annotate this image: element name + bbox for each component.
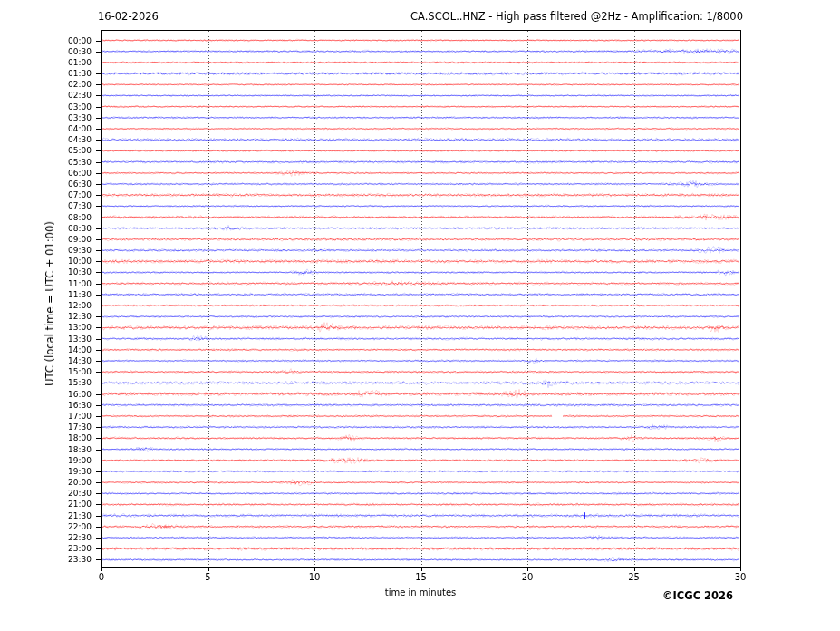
y-tick-label: 18:00 [68, 433, 92, 442]
y-tick-label: 21:30 [68, 511, 92, 520]
y-tick-label: 22:00 [68, 522, 92, 531]
y-tick-label: 05:00 [68, 146, 92, 155]
x-tick-label: 30 [735, 572, 747, 582]
y-axis-label: UTC (local time = UTC + 01:00) [43, 221, 56, 386]
x-tick-label: 10 [309, 572, 321, 582]
y-tick-label: 18:30 [68, 445, 92, 454]
y-tick-label: 22:30 [68, 533, 92, 542]
x-tick-label: 25 [628, 572, 640, 582]
y-tick-label: 01:00 [68, 58, 92, 67]
y-tick-label: 14:00 [68, 345, 92, 354]
x-tick-label: 0 [99, 572, 104, 582]
y-tick-label: 13:30 [68, 335, 92, 344]
y-tick-label: 17:30 [68, 422, 92, 432]
copyright-text: ©ICGC 2026 [662, 589, 733, 602]
y-tick-label: 20:00 [68, 478, 92, 487]
y-tick-label: 21:00 [68, 500, 92, 509]
y-tick-label: 05:30 [68, 158, 92, 167]
y-tick-label: 13:00 [68, 323, 92, 332]
y-tick-label: 14:30 [68, 356, 92, 365]
seismogram-plot-canvas [0, 0, 840, 631]
y-tick-label: 15:30 [68, 378, 92, 387]
y-tick-label: 12:00 [68, 301, 92, 310]
y-tick-label: 23:00 [68, 544, 92, 553]
y-tick-label: 19:00 [68, 456, 92, 465]
y-tick-label: 20:30 [68, 489, 92, 498]
x-tick-label: 5 [205, 572, 210, 582]
x-axis-label: time in minutes [385, 587, 457, 597]
y-tick-label: 00:30 [68, 47, 92, 56]
y-tick-label: 04:00 [68, 124, 92, 133]
y-tick-label: 17:00 [68, 412, 92, 421]
y-tick-label: 02:00 [68, 80, 92, 89]
y-tick-label: 09:30 [68, 246, 92, 255]
y-tick-label: 11:00 [68, 279, 92, 288]
y-tick-label: 23:30 [68, 555, 92, 564]
y-tick-label: 01:30 [68, 69, 92, 78]
y-tick-label: 07:30 [68, 201, 92, 210]
y-tick-label: 06:00 [68, 169, 92, 178]
y-tick-label: 00:00 [68, 36, 92, 45]
y-tick-label: 16:00 [68, 390, 92, 399]
figure-date: 16-02-2026 [98, 10, 159, 23]
y-tick-label: 19:30 [68, 467, 92, 476]
y-tick-label: 09:00 [68, 235, 92, 244]
y-tick-label: 11:30 [68, 290, 92, 299]
y-tick-label: 10:00 [68, 257, 92, 266]
figure-title: CA.SCOL..HNZ - High pass filtered @2Hz -… [410, 10, 743, 23]
y-tick-label: 07:00 [68, 190, 92, 199]
y-tick-label: 08:00 [68, 213, 92, 222]
y-tick-label: 03:30 [68, 113, 92, 122]
y-tick-label: 08:30 [68, 224, 92, 233]
y-tick-label: 03:00 [68, 102, 92, 112]
y-tick-label: 12:30 [68, 312, 92, 321]
y-tick-label: 06:30 [68, 180, 92, 189]
y-tick-label: 16:30 [68, 401, 92, 410]
y-tick-label: 04:30 [68, 135, 92, 144]
helicorder-figure: 16-02-2026 CA.SCOL..HNZ - High pass filt… [0, 0, 840, 631]
x-tick-label: 20 [522, 572, 534, 582]
x-tick-label: 15 [415, 572, 427, 582]
y-tick-label: 15:00 [68, 367, 92, 376]
y-tick-label: 10:30 [68, 267, 92, 277]
y-tick-label: 02:30 [68, 91, 92, 100]
